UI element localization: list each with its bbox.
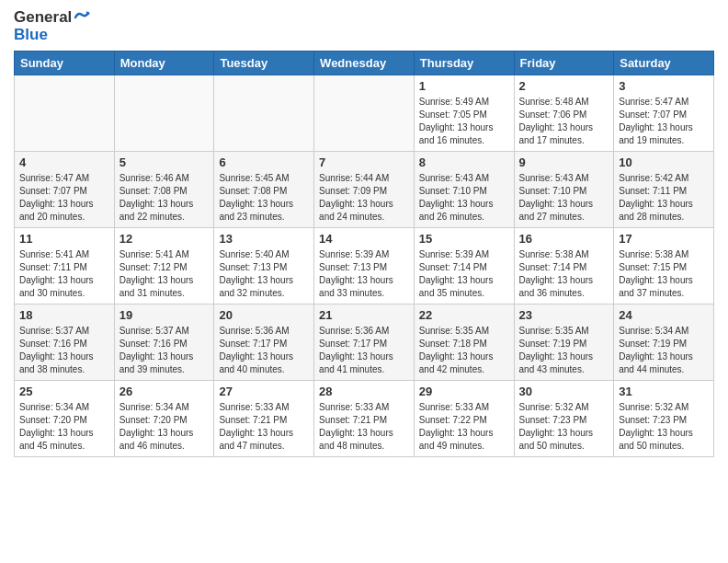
day-number: 12 [119,232,210,246]
day-number: 21 [319,308,409,322]
day-number: 18 [19,308,109,322]
calendar-cell: 6Sunrise: 5:45 AM Sunset: 7:08 PM Daylig… [214,152,314,228]
col-header-friday: Friday [514,52,614,75]
day-info: Sunrise: 5:36 AM Sunset: 7:17 PM Dayligh… [319,325,409,376]
day-number: 8 [419,155,509,169]
day-number: 26 [119,385,210,398]
day-number: 1 [419,79,509,93]
day-number: 20 [219,308,309,322]
day-info: Sunrise: 5:37 AM Sunset: 7:16 PM Dayligh… [19,325,109,376]
calendar-cell: 24Sunrise: 5:34 AM Sunset: 7:19 PM Dayli… [614,304,714,381]
day-info: Sunrise: 5:34 AM Sunset: 7:20 PM Dayligh… [19,401,109,453]
day-number: 22 [419,308,509,322]
calendar-cell [214,75,314,152]
day-number: 3 [619,79,709,93]
calendar-week-row: 18Sunrise: 5:37 AM Sunset: 7:16 PM Dayli… [15,304,714,381]
page: General Blue SundayMondayTuesdayWednesda… [0,0,728,471]
header: General Blue [14,9,714,43]
day-number: 23 [519,308,609,322]
calendar-cell: 25Sunrise: 5:34 AM Sunset: 7:20 PM Dayli… [15,381,115,457]
calendar-cell: 23Sunrise: 5:35 AM Sunset: 7:19 PM Dayli… [514,304,614,381]
day-info: Sunrise: 5:34 AM Sunset: 7:20 PM Dayligh… [119,401,210,453]
day-number: 14 [319,232,409,246]
calendar-cell: 31Sunrise: 5:32 AM Sunset: 7:23 PM Dayli… [614,381,714,457]
calendar-header-row: SundayMondayTuesdayWednesdayThursdayFrid… [15,52,714,75]
calendar-cell: 10Sunrise: 5:42 AM Sunset: 7:11 PM Dayli… [614,152,714,228]
calendar-cell: 5Sunrise: 5:46 AM Sunset: 7:08 PM Daylig… [114,152,214,228]
col-header-wednesday: Wednesday [314,52,415,75]
calendar-week-row: 25Sunrise: 5:34 AM Sunset: 7:20 PM Dayli… [15,381,714,457]
day-info: Sunrise: 5:47 AM Sunset: 7:07 PM Dayligh… [19,172,109,224]
calendar-cell: 22Sunrise: 5:35 AM Sunset: 7:18 PM Dayli… [414,304,514,381]
calendar-week-row: 1Sunrise: 5:49 AM Sunset: 7:05 PM Daylig… [15,75,714,152]
calendar-cell [15,75,115,152]
day-number: 13 [219,232,309,246]
calendar-week-row: 11Sunrise: 5:41 AM Sunset: 7:11 PM Dayli… [15,228,714,304]
day-info: Sunrise: 5:48 AM Sunset: 7:06 PM Dayligh… [519,96,609,147]
day-number: 9 [519,155,609,169]
day-info: Sunrise: 5:38 AM Sunset: 7:14 PM Dayligh… [519,248,609,300]
calendar-cell: 30Sunrise: 5:32 AM Sunset: 7:23 PM Dayli… [514,381,614,457]
calendar-cell: 11Sunrise: 5:41 AM Sunset: 7:11 PM Dayli… [15,228,115,304]
calendar-cell: 15Sunrise: 5:39 AM Sunset: 7:14 PM Dayli… [414,228,514,304]
day-info: Sunrise: 5:32 AM Sunset: 7:23 PM Dayligh… [519,401,609,453]
calendar-cell: 19Sunrise: 5:37 AM Sunset: 7:16 PM Dayli… [114,304,214,381]
day-info: Sunrise: 5:44 AM Sunset: 7:09 PM Dayligh… [319,172,409,224]
day-info: Sunrise: 5:49 AM Sunset: 7:05 PM Dayligh… [419,96,509,147]
day-info: Sunrise: 5:46 AM Sunset: 7:08 PM Dayligh… [119,172,210,224]
calendar-cell: 18Sunrise: 5:37 AM Sunset: 7:16 PM Dayli… [15,304,115,381]
day-number: 16 [519,232,609,246]
day-info: Sunrise: 5:37 AM Sunset: 7:16 PM Dayligh… [119,325,210,376]
day-info: Sunrise: 5:42 AM Sunset: 7:11 PM Dayligh… [619,172,709,224]
day-info: Sunrise: 5:41 AM Sunset: 7:11 PM Dayligh… [19,248,109,300]
calendar-cell: 20Sunrise: 5:36 AM Sunset: 7:17 PM Dayli… [214,304,314,381]
calendar-cell: 9Sunrise: 5:43 AM Sunset: 7:10 PM Daylig… [514,152,614,228]
calendar-cell: 27Sunrise: 5:33 AM Sunset: 7:21 PM Dayli… [214,381,314,457]
calendar-cell: 7Sunrise: 5:44 AM Sunset: 7:09 PM Daylig… [314,152,415,228]
day-number: 11 [19,232,109,246]
day-info: Sunrise: 5:39 AM Sunset: 7:14 PM Dayligh… [419,248,509,300]
calendar-cell: 17Sunrise: 5:38 AM Sunset: 7:15 PM Dayli… [614,228,714,304]
day-number: 30 [519,385,609,398]
day-number: 29 [419,385,509,398]
day-number: 25 [19,385,109,398]
day-info: Sunrise: 5:36 AM Sunset: 7:17 PM Dayligh… [219,325,309,376]
calendar-cell: 2Sunrise: 5:48 AM Sunset: 7:06 PM Daylig… [514,75,614,152]
day-info: Sunrise: 5:34 AM Sunset: 7:19 PM Dayligh… [619,325,709,376]
calendar-cell: 8Sunrise: 5:43 AM Sunset: 7:10 PM Daylig… [414,152,514,228]
day-info: Sunrise: 5:47 AM Sunset: 7:07 PM Dayligh… [619,96,709,147]
day-number: 15 [419,232,509,246]
calendar-cell [114,75,214,152]
day-number: 4 [19,155,109,169]
day-info: Sunrise: 5:40 AM Sunset: 7:13 PM Dayligh… [219,248,309,300]
col-header-saturday: Saturday [614,52,714,75]
calendar-cell: 26Sunrise: 5:34 AM Sunset: 7:20 PM Dayli… [114,381,214,457]
day-number: 2 [519,79,609,93]
day-number: 27 [219,385,309,398]
day-number: 6 [219,155,309,169]
day-number: 28 [319,385,409,398]
calendar-cell: 29Sunrise: 5:33 AM Sunset: 7:22 PM Dayli… [414,381,514,457]
day-number: 17 [619,232,709,246]
day-info: Sunrise: 5:35 AM Sunset: 7:18 PM Dayligh… [419,325,509,376]
calendar-cell [314,75,415,152]
day-info: Sunrise: 5:33 AM Sunset: 7:21 PM Dayligh… [219,401,309,453]
col-header-sunday: Sunday [15,52,115,75]
calendar-cell: 28Sunrise: 5:33 AM Sunset: 7:21 PM Dayli… [314,381,415,457]
day-info: Sunrise: 5:33 AM Sunset: 7:22 PM Dayligh… [419,401,509,453]
logo: General Blue [14,9,90,43]
calendar-cell: 13Sunrise: 5:40 AM Sunset: 7:13 PM Dayli… [214,228,314,304]
day-number: 5 [119,155,210,169]
day-info: Sunrise: 5:43 AM Sunset: 7:10 PM Dayligh… [419,172,509,224]
day-info: Sunrise: 5:43 AM Sunset: 7:10 PM Dayligh… [519,172,609,224]
calendar-cell: 4Sunrise: 5:47 AM Sunset: 7:07 PM Daylig… [15,152,115,228]
day-info: Sunrise: 5:32 AM Sunset: 7:23 PM Dayligh… [619,401,709,453]
calendar-cell: 14Sunrise: 5:39 AM Sunset: 7:13 PM Dayli… [314,228,415,304]
calendar-cell: 16Sunrise: 5:38 AM Sunset: 7:14 PM Dayli… [514,228,614,304]
calendar-cell: 21Sunrise: 5:36 AM Sunset: 7:17 PM Dayli… [314,304,415,381]
calendar-cell: 1Sunrise: 5:49 AM Sunset: 7:05 PM Daylig… [414,75,514,152]
day-info: Sunrise: 5:45 AM Sunset: 7:08 PM Dayligh… [219,172,309,224]
day-number: 31 [619,385,709,398]
logo-text: General Blue [14,9,90,43]
calendar-cell: 3Sunrise: 5:47 AM Sunset: 7:07 PM Daylig… [614,75,714,152]
